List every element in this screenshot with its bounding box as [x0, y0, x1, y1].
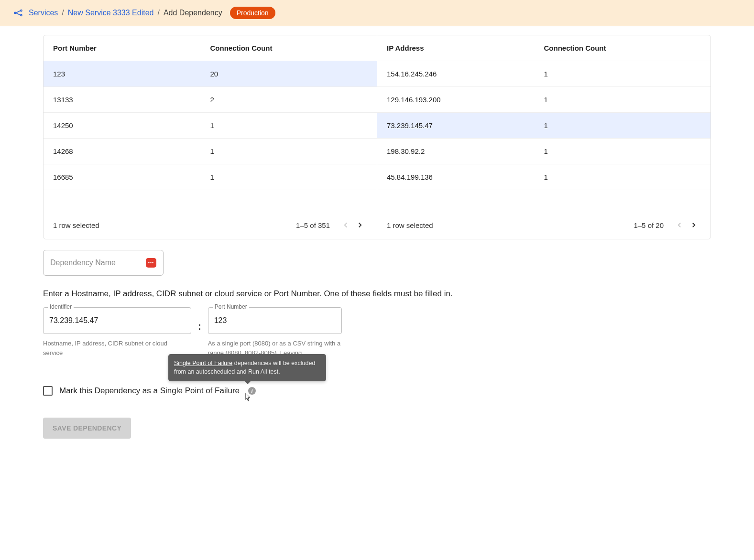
svg-point-0: [14, 12, 16, 13]
chevron-right-icon[interactable]: [687, 218, 701, 232]
colon-separator: :: [198, 321, 201, 332]
ip-table-header: IP Address Connection Count: [377, 35, 710, 61]
chevron-right-icon[interactable]: [353, 218, 367, 232]
tables-container: Port Number Connection Count 123 20 1313…: [43, 35, 711, 239]
tooltip-link: Single Point of Failure: [174, 360, 232, 366]
breadcrumb-separator: /: [157, 9, 159, 17]
breadcrumb-services-link[interactable]: Services: [29, 9, 58, 17]
svg-point-1: [21, 10, 22, 11]
svg-point-2: [21, 14, 22, 16]
port-table: Port Number Connection Count 123 20 1313…: [44, 35, 377, 239]
table-row[interactable]: 14268 1: [44, 138, 377, 164]
breadcrumb-service-link[interactable]: New Service 3333 Edited: [68, 9, 154, 17]
pagination-range: 1–5 of 20: [634, 221, 664, 229]
identifier-field-wrap: Identifier Hostname, IP address, CIDR su…: [43, 307, 191, 357]
table-row[interactable]: 198.30.92.2 1: [377, 138, 710, 164]
ip-table: IP Address Connection Count 154.16.245.2…: [377, 35, 710, 239]
services-icon: [13, 9, 23, 17]
spof-checkbox[interactable]: [43, 386, 53, 396]
table-row[interactable]: 14250 1: [44, 112, 377, 138]
required-icon: •••: [146, 258, 156, 268]
spof-tooltip: Single Point of Failure dependencies wil…: [168, 354, 326, 382]
table-row[interactable]: 154.16.245.246 1: [377, 61, 710, 86]
instruction-text: Enter a Hostname, IP address, CIDR subne…: [43, 289, 711, 299]
dependency-name-input[interactable]: Dependency Name •••: [43, 250, 164, 276]
chevron-left-icon: [339, 218, 353, 232]
save-dependency-button[interactable]: SAVE DEPENDENCY: [43, 418, 131, 439]
table-row[interactable]: 45.84.199.136 1: [377, 164, 710, 190]
identifier-input[interactable]: [43, 307, 191, 334]
identifier-help-text: Hostname, IP address, CIDR subnet or clo…: [43, 339, 186, 357]
info-icon[interactable]: i: [248, 387, 256, 395]
table-row[interactable]: 123 20: [44, 61, 377, 86]
table-row[interactable]: 129.146.193.200 1: [377, 86, 710, 112]
ip-col-header: IP Address: [387, 44, 544, 52]
identifier-label: Identifier: [48, 303, 74, 310]
table-row-empty: [377, 190, 710, 211]
rows-selected-label: 1 row selected: [387, 221, 634, 229]
ip-count-col-header: Connection Count: [544, 44, 701, 52]
rows-selected-label: 1 row selected: [53, 221, 296, 229]
spof-row: Mark this Dependency as a Single Point o…: [43, 386, 711, 396]
table-row[interactable]: 73.239.145.47 1: [377, 112, 710, 138]
environment-badge: Production: [230, 7, 275, 19]
table-row[interactable]: 13133 2: [44, 86, 377, 112]
table-row-empty: [44, 190, 377, 211]
port-label: Port Number: [213, 303, 249, 310]
breadcrumb-current: Add Dependency: [164, 9, 222, 17]
port-table-footer: 1 row selected 1–5 of 351: [44, 211, 377, 239]
port-field-wrap: Port Number As a single port (8080) or a…: [208, 307, 342, 357]
spof-label: Mark this Dependency as a Single Point o…: [59, 386, 240, 396]
port-table-header: Port Number Connection Count: [44, 35, 377, 61]
port-col-header: Port Number: [53, 44, 210, 52]
identifier-port-row: Identifier Hostname, IP address, CIDR su…: [43, 307, 711, 357]
port-count-col-header: Connection Count: [210, 44, 368, 52]
port-input[interactable]: [208, 307, 342, 334]
breadcrumb-separator: /: [62, 9, 64, 17]
dependency-name-placeholder: Dependency Name: [50, 258, 116, 267]
pagination-range: 1–5 of 351: [296, 221, 330, 229]
table-row[interactable]: 16685 1: [44, 164, 377, 190]
chevron-left-icon: [672, 218, 687, 232]
ip-table-footer: 1 row selected 1–5 of 20: [377, 211, 710, 239]
breadcrumb: Services / New Service 3333 Edited / Add…: [0, 0, 754, 26]
